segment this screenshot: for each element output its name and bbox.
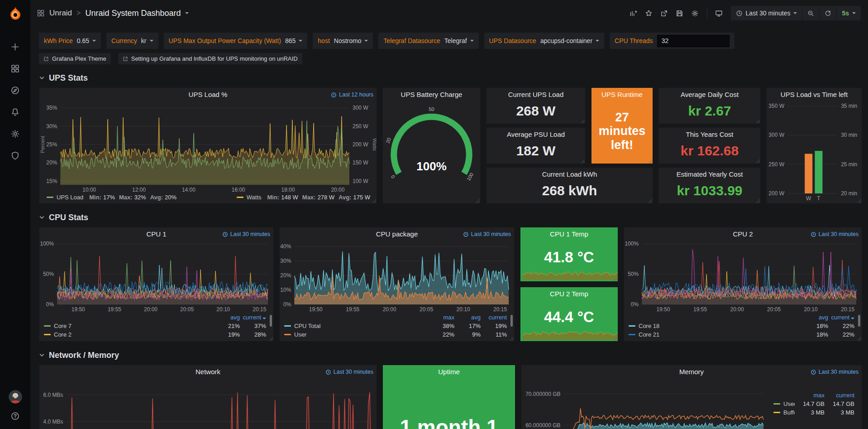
legend-series-name[interactable]: Watts — [247, 194, 262, 201]
legend-value: 14.7 GB — [795, 400, 825, 408]
legend-value: 21% — [214, 322, 240, 330]
cpu-package-chart[interactable]: 0%10%20%30%40%19:5019:5520:0020:0520:102… — [280, 241, 514, 313]
legend-scrollbar[interactable] — [858, 315, 860, 327]
time-controls: Last 30 minutes 5s — [731, 6, 861, 20]
network-chart[interactable]: 2.0 MBs4.0 MBs6.0 MBs — [39, 379, 377, 429]
legend-sort-avg[interactable]: avg — [802, 313, 828, 322]
panel-current-load-kwh: Current Load kWh 268 kWh — [486, 167, 653, 204]
series-color-dash — [629, 325, 635, 327]
dashboard-icon[interactable] — [37, 9, 45, 17]
legend-sort-current[interactable]: current — [825, 391, 854, 400]
clock-icon — [736, 10, 743, 17]
add-panel-button[interactable] — [626, 6, 641, 20]
link-grafana-plex-theme[interactable]: Grafana Plex Theme — [39, 53, 111, 64]
section-ups-stats[interactable]: UPS Stats — [39, 73, 868, 83]
panel-title[interactable]: CPU 1 Temp — [520, 227, 618, 241]
variable-label: UPS Max Output Power Capacity (Watt) — [169, 37, 281, 44]
panel-time-override-badge: Last 30 minutes — [811, 227, 858, 241]
panel-cpu-1: CPU 1 Last 30 minutes 0%50%100%19:5019:5… — [39, 227, 274, 342]
breadcrumb-folder[interactable]: Unraid — [49, 9, 72, 18]
panel-title[interactable]: UPS Load vs Time left — [767, 88, 862, 101]
dashboard-title-dropdown[interactable]: Unraid System Dashboard — [85, 9, 188, 18]
zoom-out-button[interactable] — [802, 6, 819, 20]
link-ups-monitoring-guide[interactable]: Setting up Grafana and InfluxDB for UPS … — [118, 53, 302, 64]
variable-value-dropdown[interactable]: 865 — [285, 37, 302, 44]
panel-title[interactable]: CPU 2 Temp — [520, 287, 618, 301]
sidebar-item-help[interactable] — [5, 407, 25, 424]
refresh-interval-dropdown[interactable]: 5s — [836, 6, 861, 20]
cpu1-chart[interactable]: 0%50%100%19:5019:5520:0020:0520:1020:15 — [39, 241, 273, 313]
legend-series-name[interactable]: Core 21 — [639, 330, 802, 339]
variable-value-dropdown[interactable]: Nostromo — [334, 37, 368, 44]
legend-value: 22% — [428, 330, 454, 339]
svg-text:60.000000 GB: 60.000000 GB — [525, 422, 560, 429]
legend-series-name[interactable]: Buffered — [783, 408, 795, 417]
section-title: UPS Stats — [49, 73, 88, 83]
legend-scrollbar[interactable] — [510, 315, 513, 327]
panel-title[interactable]: Average Daily Cost — [659, 88, 760, 101]
panel-title[interactable]: Uptime — [383, 365, 515, 379]
legend-value: 37% — [240, 322, 266, 330]
legend-stat-label: Avg: — [150, 194, 163, 201]
sidebar-item-server-admin[interactable] — [5, 147, 25, 164]
sidebar-item-explore[interactable] — [5, 82, 25, 99]
cycle-view-button[interactable] — [711, 6, 727, 20]
legend-series-name[interactable]: Core 2 — [54, 330, 214, 339]
legend-row: Core 7 21% 37% — [44, 322, 266, 330]
panel-network: Network Last 30 minutes 2.0 MBs4.0 MBs6.… — [39, 365, 377, 429]
svg-text:4.0 MBs: 4.0 MBs — [43, 419, 63, 425]
memory-chart[interactable]: 50.000000 GB60.000000 GB70.000000 GB — [521, 379, 769, 429]
svg-text:250 W: 250 W — [768, 161, 784, 168]
svg-text:100%: 100% — [625, 241, 639, 247]
legend-sort-avg[interactable]: avg — [454, 313, 481, 322]
variable-value-dropdown[interactable]: 0.65 — [77, 37, 96, 44]
ups-load-chart[interactable]: 15%20%25%30%35%100 W150 W200 W250 W300 W… — [39, 101, 377, 194]
share-dashboard-button[interactable] — [657, 6, 672, 20]
panel-title[interactable]: Current UPS Load — [486, 88, 585, 101]
panel-title[interactable]: Estimated Yearly Cost — [659, 168, 760, 181]
time-range-picker[interactable]: Last 30 minutes — [731, 6, 802, 20]
legend-sort-avg[interactable]: avg — [214, 313, 240, 322]
legend-sort-current[interactable]: current — [481, 313, 507, 322]
legend-series-name[interactable]: User — [294, 330, 428, 339]
panel-title[interactable]: This Years Cost — [659, 128, 760, 141]
legend-scrollbar[interactable] — [270, 315, 272, 327]
legend-stat-label: Max: — [119, 194, 133, 201]
dashboard-settings-button[interactable] — [687, 6, 703, 20]
cpu-package-legend: max avg current CPU Total 38% 17% 19% Us… — [280, 313, 514, 341]
legend-sort-max[interactable]: max — [795, 391, 825, 400]
sidebar-item-dashboards[interactable] — [5, 60, 25, 77]
user-avatar[interactable] — [9, 390, 22, 404]
panel-title[interactable]: UPS Battery Charge — [383, 88, 480, 101]
legend-series-name[interactable]: CPU Total — [294, 322, 428, 330]
legend-series-name[interactable]: Used — [783, 400, 795, 408]
save-dashboard-button[interactable] — [672, 6, 687, 20]
sidebar-item-configuration[interactable] — [5, 125, 25, 142]
panel-title[interactable]: Average PSU Load — [486, 128, 585, 141]
cpu-threads-input[interactable] — [657, 35, 730, 47]
legend-series-name[interactable]: Core 7 — [54, 322, 214, 330]
section-network-memory[interactable]: Network / Memory — [39, 351, 868, 360]
svg-text:19:50: 19:50 — [72, 306, 85, 313]
section-cpu-stats[interactable]: CPU Stats — [39, 213, 868, 222]
variable-value-dropdown[interactable]: Telegraf — [444, 37, 474, 44]
variable-value-dropdown[interactable]: kr — [141, 37, 153, 44]
panel-title[interactable]: Current Load kWh — [486, 168, 653, 181]
legend-sort-current[interactable]: current — [828, 313, 854, 322]
legend-series-name[interactable]: UPS Load — [57, 194, 83, 201]
refresh-button[interactable] — [819, 6, 836, 20]
legend-sort-max[interactable]: max — [428, 313, 454, 322]
legend-sort-current[interactable]: current — [240, 313, 266, 322]
grafana-logo-icon[interactable] — [7, 5, 24, 23]
panel-title[interactable]: UPS Load % — [39, 88, 377, 101]
panel-current-ups-load: Current UPS Load 268 W — [486, 87, 586, 124]
star-dashboard-button[interactable] — [641, 6, 657, 20]
legend-series-name[interactable]: Core 18 — [639, 322, 802, 330]
variable-value-dropdown[interactable]: apcupsd-container — [540, 37, 599, 44]
panel-title[interactable]: UPS Runtime — [591, 88, 653, 101]
cpu2-chart[interactable]: 0%50%100%19:5019:5520:0020:0520:1020:15 — [624, 241, 862, 313]
sidebar-item-alerting[interactable] — [5, 103, 25, 121]
caret-down-icon — [299, 40, 302, 42]
stat-value: 27 minutes left! — [591, 101, 653, 164]
sidebar-item-create[interactable] — [5, 38, 25, 55]
